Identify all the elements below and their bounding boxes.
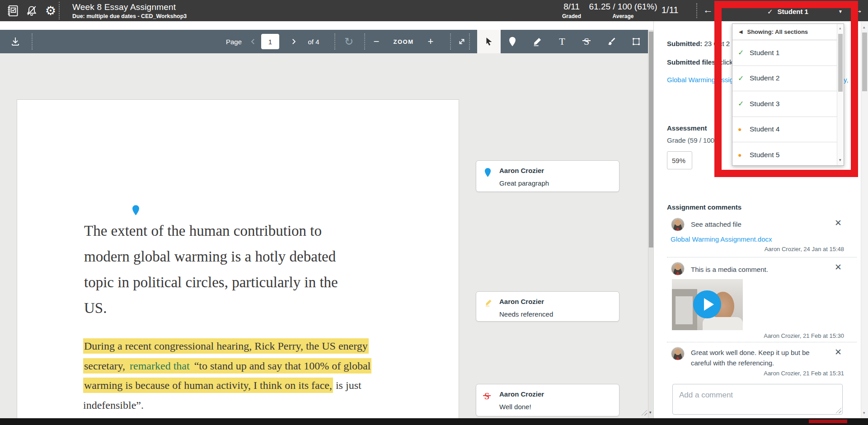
- document-viewer: The extent of the human contribution tom…: [0, 53, 648, 420]
- assignment-comments-heading: Assignment comments: [667, 203, 741, 211]
- dropdown-scrollbar-thumb[interactable]: [838, 34, 843, 92]
- select-cursor-tool[interactable]: [477, 30, 501, 53]
- graded-stat: 8/11 Graded: [558, 2, 585, 19]
- scroll-down-icon[interactable]: ▾: [649, 410, 652, 415]
- delete-comment-icon[interactable]: ✕: [835, 218, 842, 228]
- average-label: Average: [587, 13, 659, 19]
- section-filter-row[interactable]: ◀ Showing: All sections: [732, 24, 844, 40]
- file-text-overflow-fragment: y,: [844, 76, 849, 84]
- status-icon: [738, 125, 750, 133]
- student-option[interactable]: ✓ Student 2: [732, 66, 844, 92]
- area-select-tool[interactable]: [624, 30, 648, 53]
- download-icon[interactable]: [6, 30, 24, 53]
- graded-value: 8/11: [558, 2, 585, 12]
- scroll-up-icon[interactable]: ▴: [863, 25, 865, 29]
- comment-text: Great work well done. Keep it up but be …: [691, 347, 826, 368]
- strikeout-icon: S: [484, 390, 493, 411]
- add-comment-input[interactable]: [672, 384, 843, 415]
- play-button-icon[interactable]: [693, 290, 721, 318]
- textarea-resize-handle[interactable]: [836, 408, 841, 413]
- annotation-card-strikeout[interactable]: S Aaron Crozier Well done!: [476, 384, 619, 416]
- student-option[interactable]: Student 5: [732, 142, 844, 166]
- grade-label: Grade (59 / 100): [667, 136, 717, 144]
- zoom-in-icon[interactable]: +: [424, 30, 437, 53]
- document-scrollbar[interactable]: ▾: [648, 30, 653, 420]
- text-tool[interactable]: T: [550, 30, 574, 53]
- student-counter: 1/11: [662, 5, 678, 15]
- annotation-text: Needs referenced: [499, 310, 553, 318]
- average-stat: 61.25 / 100 (61%) Average: [587, 2, 659, 19]
- delete-comment-icon[interactable]: ✕: [835, 347, 842, 357]
- video-background: [676, 296, 693, 324]
- pin-annotation-marker[interactable]: [132, 205, 140, 216]
- average-value: 61.25 / 100 (61%): [587, 2, 659, 12]
- annotation-card-highlight[interactable]: Aaron Crozier Needs referenced: [476, 291, 619, 322]
- comment-meta: Aaron Crozier, 21 Feb at 15:30: [764, 332, 844, 339]
- previous-page-icon[interactable]: [248, 30, 258, 53]
- annotation-author: Aaron Crozier: [499, 167, 549, 174]
- page-label: Page: [224, 30, 244, 53]
- graded-label: Graded: [558, 13, 585, 19]
- student-dropdown-panel: ◀ Showing: All sections ✓ Student 1 ✓ St…: [732, 23, 844, 166]
- annotation-author: Aaron Crozier: [499, 298, 553, 305]
- student-dropdown-toggle[interactable]: ✓Student 1 ▼: [767, 8, 808, 16]
- media-comment-thumbnail[interactable]: [672, 279, 743, 330]
- dropdown-scrollbar[interactable]: ▴ ▾: [837, 24, 844, 166]
- toolbar-divider: [450, 33, 451, 50]
- free-draw-brush-tool[interactable]: [600, 30, 623, 53]
- pin-annotation-tool[interactable]: [501, 30, 524, 53]
- comment-meta: Aaron Crozier, 24 Jan at 15:48: [765, 246, 844, 252]
- assignment-title: Week 8 Essay Assignment: [72, 2, 176, 12]
- zoom-label: ZOOM: [388, 30, 419, 53]
- next-page-icon[interactable]: [288, 30, 299, 53]
- annotation-card-pin[interactable]: Aaron Crozier Great paragraph: [476, 160, 619, 192]
- rotate-icon[interactable]: ↻: [340, 30, 358, 53]
- student-option[interactable]: ✓ Student 3: [732, 91, 844, 117]
- assignment-due-subtitle: Due: multiple due dates - CED_Workshop3: [72, 13, 187, 19]
- annotation-text: Great paragraph: [499, 179, 549, 187]
- highlighter-icon: [484, 298, 493, 317]
- avatar: [671, 218, 685, 231]
- comment-divider: [667, 257, 857, 257]
- document-page: The extent of the human contribution tom…: [17, 99, 459, 420]
- avatar: [671, 262, 685, 276]
- page-number-input[interactable]: [261, 34, 279, 49]
- comment-divider: [667, 342, 857, 342]
- previous-student-arrow[interactable]: ←: [703, 4, 713, 16]
- grade-input[interactable]: [667, 151, 692, 169]
- mute-notifications-icon[interactable]: [24, 4, 39, 18]
- student-option[interactable]: Student 4: [732, 117, 844, 143]
- comment-text: See attached file: [691, 219, 826, 229]
- settings-gear-icon[interactable]: ⚙: [43, 4, 58, 18]
- viewer-resize-handle[interactable]: [642, 410, 647, 416]
- scroll-up-icon[interactable]: ▴: [839, 26, 841, 30]
- back-triangle-icon: ◀: [739, 29, 742, 35]
- student-option[interactable]: ✓ Student 1: [732, 40, 844, 66]
- zoom-out-icon[interactable]: −: [370, 30, 383, 53]
- top-header: ⚙ Week 8 Essay Assignment Due: multiple …: [0, 0, 868, 21]
- comment-file-link[interactable]: Global Warming Assignment.docx: [671, 235, 772, 243]
- student-name: Student 3: [750, 100, 779, 108]
- next-student-arrow[interactable]: →: [853, 4, 863, 16]
- pdf-toolbar: Page of 4 ↻ − ZOOM + T S: [0, 30, 648, 53]
- student-name: Student 5: [750, 151, 779, 159]
- pin-icon: [484, 167, 493, 187]
- status-icon: ✓: [738, 74, 750, 83]
- selected-check-icon: ✓: [767, 8, 773, 15]
- avatar: [671, 347, 685, 360]
- submitted-files-row: Submitted files: click: [667, 58, 733, 66]
- delete-comment-icon[interactable]: ✕: [835, 262, 842, 272]
- gradebook-icon[interactable]: [5, 4, 20, 18]
- sidebar-scrollbar-thumb[interactable]: [862, 33, 867, 91]
- document-scrollbar-thumb[interactable]: [649, 32, 653, 248]
- sidebar-scrollbar[interactable]: ▴ ▾: [861, 21, 868, 420]
- chevron-down-icon: ▼: [838, 9, 843, 14]
- student-name: Student 4: [750, 125, 779, 133]
- highlighter-tool[interactable]: [525, 30, 549, 53]
- bottom-bar: [0, 418, 868, 425]
- scroll-down-icon[interactable]: ▾: [839, 158, 841, 162]
- assessment-heading: Assessment: [667, 124, 707, 132]
- strikeout-tool[interactable]: S: [575, 30, 598, 53]
- essay-paragraph-2-highlighted: During a recent congressional hearing, R…: [83, 336, 371, 415]
- scroll-down-icon[interactable]: ▾: [863, 411, 865, 415]
